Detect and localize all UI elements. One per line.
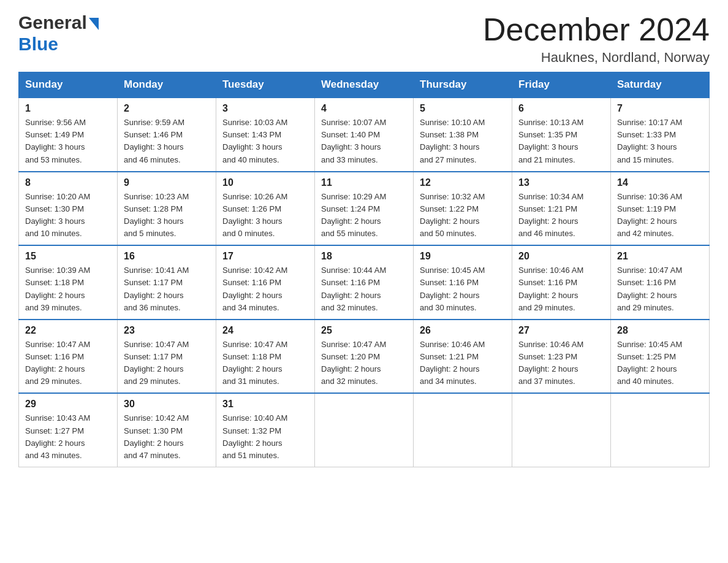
day-info: Sunrise: 10:47 AMSunset: 1:16 PMDaylight… xyxy=(617,264,703,314)
weekday-header-row: SundayMondayTuesdayWednesdayThursdayFrid… xyxy=(19,72,710,98)
day-number: 3 xyxy=(222,103,308,114)
day-info: Sunrise: 10:44 AMSunset: 1:16 PMDaylight… xyxy=(321,264,407,314)
day-info: Sunrise: 10:46 AMSunset: 1:23 PMDaylight… xyxy=(518,339,604,388)
calendar-table: SundayMondayTuesdayWednesdayThursdayFrid… xyxy=(18,72,710,467)
calendar-cell: 13Sunrise: 10:34 AMSunset: 1:21 PMDaylig… xyxy=(512,172,611,246)
calendar-cell: 5Sunrise: 10:10 AMSunset: 1:38 PMDayligh… xyxy=(414,98,512,172)
calendar-week-row: 22Sunrise: 10:47 AMSunset: 1:16 PMDaylig… xyxy=(19,320,710,394)
calendar-cell: 23Sunrise: 10:47 AMSunset: 1:17 PMDaylig… xyxy=(118,320,216,394)
day-info: Sunrise: 10:39 AMSunset: 1:18 PMDaylight… xyxy=(25,264,111,314)
calendar-cell: 6Sunrise: 10:13 AMSunset: 1:35 PMDayligh… xyxy=(512,98,611,172)
day-number: 18 xyxy=(321,251,407,262)
day-number: 24 xyxy=(222,325,308,336)
logo: General Blue xyxy=(18,12,99,55)
day-number: 15 xyxy=(25,251,111,262)
day-info: Sunrise: 10:40 AMSunset: 1:32 PMDaylight… xyxy=(222,412,308,462)
calendar-cell: 4Sunrise: 10:07 AMSunset: 1:40 PMDayligh… xyxy=(315,98,414,172)
day-info: Sunrise: 10:23 AMSunset: 1:28 PMDaylight… xyxy=(124,191,210,240)
weekday-header-monday: Monday xyxy=(118,72,216,98)
calendar-week-row: 8Sunrise: 10:20 AMSunset: 1:30 PMDayligh… xyxy=(19,172,710,246)
day-number: 7 xyxy=(617,103,703,114)
day-info: Sunrise: 10:10 AMSunset: 1:38 PMDaylight… xyxy=(420,117,506,166)
day-number: 10 xyxy=(222,177,308,188)
calendar-cell: 19Sunrise: 10:45 AMSunset: 1:16 PMDaylig… xyxy=(414,245,512,320)
day-number: 16 xyxy=(124,251,210,262)
month-title: December 2024 xyxy=(483,12,710,47)
calendar-week-row: 15Sunrise: 10:39 AMSunset: 1:18 PMDaylig… xyxy=(19,245,710,320)
day-number: 12 xyxy=(420,177,506,188)
day-number: 29 xyxy=(25,399,111,410)
day-number: 31 xyxy=(222,399,308,410)
calendar-cell: 16Sunrise: 10:41 AMSunset: 1:17 PMDaylig… xyxy=(118,245,216,320)
day-info: Sunrise: 10:45 AMSunset: 1:16 PMDaylight… xyxy=(420,264,506,314)
day-info: Sunrise: 10:47 AMSunset: 1:16 PMDaylight… xyxy=(25,339,111,388)
day-info: Sunrise: 10:36 AMSunset: 1:19 PMDaylight… xyxy=(617,191,703,240)
calendar-cell: 3Sunrise: 10:03 AMSunset: 1:43 PMDayligh… xyxy=(216,98,315,172)
day-info: Sunrise: 10:13 AMSunset: 1:35 PMDaylight… xyxy=(518,117,604,166)
calendar-cell: 31Sunrise: 10:40 AMSunset: 1:32 PMDaylig… xyxy=(216,393,315,467)
location-subtitle: Hauknes, Nordland, Norway xyxy=(483,50,710,66)
day-info: Sunrise: 10:41 AMSunset: 1:17 PMDaylight… xyxy=(124,264,210,314)
calendar-cell: 12Sunrise: 10:32 AMSunset: 1:22 PMDaylig… xyxy=(414,172,512,246)
day-info: Sunrise: 10:20 AMSunset: 1:30 PMDaylight… xyxy=(25,191,111,240)
day-number: 9 xyxy=(124,177,210,188)
calendar-cell: 15Sunrise: 10:39 AMSunset: 1:18 PMDaylig… xyxy=(19,245,118,320)
day-number: 13 xyxy=(518,177,604,188)
weekday-header-friday: Friday xyxy=(512,72,611,98)
day-info: Sunrise: 10:43 AMSunset: 1:27 PMDaylight… xyxy=(25,412,111,462)
calendar-cell: 2Sunrise: 9:59 AMSunset: 1:46 PMDaylight… xyxy=(118,98,216,172)
weekday-header-thursday: Thursday xyxy=(414,72,512,98)
calendar-cell: 26Sunrise: 10:46 AMSunset: 1:21 PMDaylig… xyxy=(414,320,512,394)
day-number: 1 xyxy=(25,103,111,114)
calendar-cell: 1Sunrise: 9:56 AMSunset: 1:49 PMDaylight… xyxy=(19,98,118,172)
calendar-cell xyxy=(512,393,611,467)
calendar-cell xyxy=(611,393,710,467)
calendar-cell: 8Sunrise: 10:20 AMSunset: 1:30 PMDayligh… xyxy=(19,172,118,246)
day-number: 28 xyxy=(617,325,703,336)
logo-general-text: General xyxy=(18,12,87,33)
day-info: Sunrise: 10:17 AMSunset: 1:33 PMDaylight… xyxy=(617,117,703,166)
calendar-week-row: 29Sunrise: 10:43 AMSunset: 1:27 PMDaylig… xyxy=(19,393,710,467)
calendar-cell: 18Sunrise: 10:44 AMSunset: 1:16 PMDaylig… xyxy=(315,245,414,320)
day-number: 2 xyxy=(124,103,210,114)
day-number: 30 xyxy=(124,399,210,410)
day-info: Sunrise: 10:46 AMSunset: 1:21 PMDaylight… xyxy=(420,339,506,388)
weekday-header-saturday: Saturday xyxy=(611,72,710,98)
day-info: Sunrise: 10:42 AMSunset: 1:16 PMDaylight… xyxy=(222,264,308,314)
day-info: Sunrise: 10:03 AMSunset: 1:43 PMDaylight… xyxy=(222,117,308,166)
logo-line2: Blue xyxy=(18,34,99,55)
calendar-cell: 28Sunrise: 10:45 AMSunset: 1:25 PMDaylig… xyxy=(611,320,710,394)
day-number: 14 xyxy=(617,177,703,188)
logo-line1: General xyxy=(18,12,99,34)
day-number: 17 xyxy=(222,251,308,262)
weekday-header-wednesday: Wednesday xyxy=(315,72,414,98)
day-info: Sunrise: 10:32 AMSunset: 1:22 PMDaylight… xyxy=(420,191,506,240)
day-info: Sunrise: 10:34 AMSunset: 1:21 PMDaylight… xyxy=(518,191,604,240)
weekday-header-sunday: Sunday xyxy=(19,72,118,98)
calendar-cell: 11Sunrise: 10:29 AMSunset: 1:24 PMDaylig… xyxy=(315,172,414,246)
day-number: 8 xyxy=(25,177,111,188)
logo-arrow-icon xyxy=(89,18,99,30)
day-info: Sunrise: 10:26 AMSunset: 1:26 PMDaylight… xyxy=(222,191,308,240)
day-number: 22 xyxy=(25,325,111,336)
day-info: Sunrise: 10:47 AMSunset: 1:17 PMDaylight… xyxy=(124,339,210,388)
calendar-week-row: 1Sunrise: 9:56 AMSunset: 1:49 PMDaylight… xyxy=(19,98,710,172)
weekday-header-tuesday: Tuesday xyxy=(216,72,315,98)
day-info: Sunrise: 9:56 AMSunset: 1:49 PMDaylight:… xyxy=(25,117,111,166)
day-info: Sunrise: 10:46 AMSunset: 1:16 PMDaylight… xyxy=(518,264,604,314)
calendar-cell: 17Sunrise: 10:42 AMSunset: 1:16 PMDaylig… xyxy=(216,245,315,320)
day-number: 27 xyxy=(518,325,604,336)
calendar-cell: 29Sunrise: 10:43 AMSunset: 1:27 PMDaylig… xyxy=(19,393,118,467)
calendar-cell xyxy=(414,393,512,467)
day-info: Sunrise: 10:47 AMSunset: 1:18 PMDaylight… xyxy=(222,339,308,388)
day-number: 21 xyxy=(617,251,703,262)
calendar-cell: 10Sunrise: 10:26 AMSunset: 1:26 PMDaylig… xyxy=(216,172,315,246)
day-info: Sunrise: 10:47 AMSunset: 1:20 PMDaylight… xyxy=(321,339,407,388)
calendar-cell: 24Sunrise: 10:47 AMSunset: 1:18 PMDaylig… xyxy=(216,320,315,394)
day-info: Sunrise: 9:59 AMSunset: 1:46 PMDaylight:… xyxy=(124,117,210,166)
calendar-cell: 20Sunrise: 10:46 AMSunset: 1:16 PMDaylig… xyxy=(512,245,611,320)
day-number: 11 xyxy=(321,177,407,188)
calendar-cell: 9Sunrise: 10:23 AMSunset: 1:28 PMDayligh… xyxy=(118,172,216,246)
day-number: 5 xyxy=(420,103,506,114)
day-number: 19 xyxy=(420,251,506,262)
